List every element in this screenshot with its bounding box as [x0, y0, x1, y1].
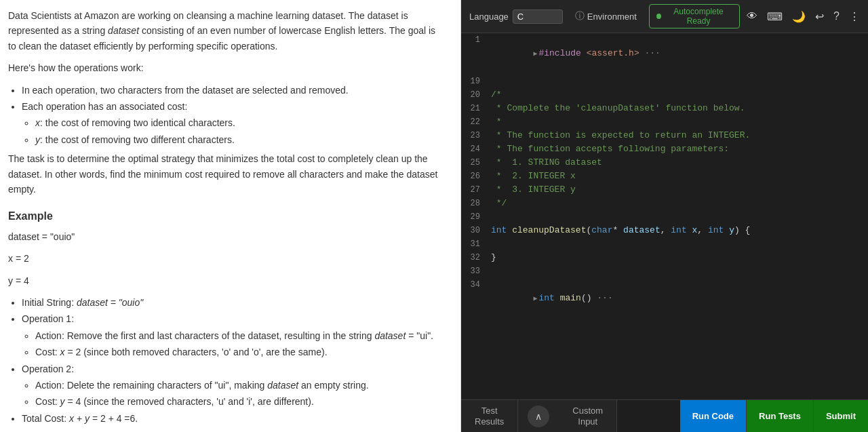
- eye-icon[interactable]: 👁: [747, 10, 757, 22]
- line-number-20: 20: [461, 88, 488, 102]
- line-content-33: [488, 264, 868, 278]
- moon-icon[interactable]: 🌙: [792, 10, 806, 23]
- line-number-26: 26: [461, 170, 488, 183]
- op2-action: Action: Delete the remaining characters …: [35, 378, 444, 393]
- submit-button[interactable]: Submit: [813, 400, 868, 432]
- bottom-bar: Test Results ∧ Custom Input Run Code Run…: [461, 399, 868, 432]
- keyboard-icon[interactable]: ⌨: [767, 10, 783, 23]
- more-icon[interactable]: ⋮: [849, 10, 860, 23]
- line-content-29: [488, 210, 868, 224]
- toolbar-icons: 👁 ⌨ 🌙 ↩ ? ⋮: [747, 10, 860, 23]
- op2-cost: Cost: y = 4 (since the removed character…: [35, 394, 444, 409]
- line-content-34: ▶int main() ···: [488, 278, 868, 319]
- autocomplete-status-dot: [656, 14, 661, 19]
- environment-label: Environment: [587, 12, 637, 22]
- operations-list: In each operation, two characters from t…: [22, 83, 444, 148]
- code-line-28: 28 */: [461, 197, 868, 210]
- example-list: Initial String: dataset = "ouio" Operati…: [22, 295, 444, 426]
- history-icon[interactable]: ↩: [815, 10, 824, 23]
- op1-action: Action: Remove the first and last charac…: [35, 328, 444, 343]
- line-number-21: 21: [461, 102, 488, 115]
- run-tests-button[interactable]: Run Tests: [746, 400, 813, 432]
- code-line-30: 30 int cleanupDataset(char* dataset, int…: [461, 224, 868, 237]
- line-number-1: 1: [461, 33, 488, 47]
- line-content-1: ▶#include <assert.h> ···: [488, 33, 868, 75]
- code-line-32: 32 }: [461, 251, 868, 264]
- code-editor-panel: Language C C++ Java Python3 ⓘ Environmen…: [461, 0, 868, 432]
- code-line-20: 20 /*: [461, 88, 868, 102]
- custom-input-label: Custom: [572, 406, 603, 416]
- expand-button[interactable]: ∧: [528, 406, 549, 427]
- code-line-27: 27 * 3. INTEGER y: [461, 183, 868, 197]
- autocomplete-label: Autocomplete Ready: [665, 7, 732, 26]
- line-number-33: 33: [461, 264, 488, 278]
- line-content-20: /*: [488, 88, 868, 102]
- operation-1: Operation 1: Action: Remove the first an…: [22, 311, 444, 359]
- line-number-32: 32: [461, 251, 488, 264]
- line-content-32: }: [488, 251, 868, 264]
- code-line-26: 26 * 2. INTEGER x: [461, 170, 868, 183]
- code-line-23: 23 * The function is expected to return …: [461, 129, 868, 142]
- test-results-tab[interactable]: Test Results: [461, 400, 518, 432]
- line-number-31: 31: [461, 237, 488, 251]
- x-value: x = 2: [8, 251, 444, 266]
- total-cost: Total Cost: x + y = 2 + 4 =6.: [22, 411, 444, 426]
- line-number-23: 23: [461, 129, 488, 142]
- line-content-31: [488, 237, 868, 251]
- initial-string: Initial String: dataset = "ouio": [22, 295, 444, 310]
- language-label: Language: [469, 12, 509, 22]
- example-title: Example: [8, 208, 444, 225]
- chevron-up-icon: ∧: [535, 411, 542, 422]
- cost-y: y: the cost of removing two different ch…: [35, 132, 444, 147]
- line-content-21: * Complete the 'cleanupDataset' function…: [488, 102, 868, 115]
- op-item-1: In each operation, two characters from t…: [22, 83, 444, 98]
- how-it-works: Here's how the operations work:: [8, 60, 444, 75]
- line-content-22: *: [488, 115, 868, 129]
- line-content-23: * The function is expected to return an …: [488, 129, 868, 142]
- code-line-33: 33: [461, 264, 868, 278]
- language-selector[interactable]: Language C C++ Java Python3: [469, 9, 563, 24]
- line-number-22: 22: [461, 115, 488, 129]
- code-line-19: 19: [461, 75, 868, 88]
- line-number-30: 30: [461, 224, 488, 237]
- code-line-31: 31: [461, 237, 868, 251]
- line-content-26: * 2. INTEGER x: [488, 170, 868, 183]
- line-content-24: * The function accepts following paramet…: [488, 142, 868, 156]
- line-number-34: 34: [461, 278, 488, 292]
- line-content-30: int cleanupDataset(char* dataset, int x,…: [488, 224, 868, 237]
- code-line-21: 21 * Complete the 'cleanupDataset' funct…: [461, 102, 868, 115]
- op1-cost: Cost: x = 2 (since both removed characte…: [35, 345, 444, 359]
- y-value: y = 4: [8, 273, 444, 288]
- language-dropdown[interactable]: C C++ Java Python3: [513, 9, 563, 24]
- problem-description: Data Scientists at Amazon are working on…: [0, 0, 461, 432]
- line-number-24: 24: [461, 142, 488, 156]
- test-results-label: Test: [481, 406, 498, 416]
- line-number-29: 29: [461, 210, 488, 224]
- op-item-2: Each operation has an associated cost: x…: [22, 99, 444, 147]
- code-line-29: 29: [461, 210, 868, 224]
- run-code-button[interactable]: Run Code: [680, 400, 746, 432]
- line-content-19: [488, 75, 868, 88]
- code-editor[interactable]: 1 ▶#include <assert.h> ··· 19 20 /* 21 *…: [461, 33, 868, 399]
- code-line-24: 24 * The function accepts following para…: [461, 142, 868, 156]
- operation-2: Operation 2: Action: Delete the remainin…: [22, 361, 444, 410]
- environment-selector[interactable]: ⓘ Environment: [575, 10, 637, 22]
- custom-input-label2: Input: [578, 416, 597, 427]
- dataset-em: dataset: [108, 25, 139, 36]
- help-icon[interactable]: ?: [833, 10, 840, 22]
- line-number-25: 25: [461, 156, 488, 170]
- code-line-1: 1 ▶#include <assert.h> ···: [461, 33, 868, 75]
- autocomplete-button[interactable]: Autocomplete Ready: [649, 4, 740, 28]
- line-content-27: * 3. INTEGER y: [488, 183, 868, 197]
- task-description: The task is to determine the optimal str…: [8, 151, 444, 197]
- code-line-34: 34 ▶int main() ···: [461, 278, 868, 319]
- action-buttons: Run Code Run Tests Submit: [680, 400, 868, 432]
- line-content-25: * 1. STRING dataset: [488, 156, 868, 170]
- line-number-19: 19: [461, 75, 488, 88]
- code-line-25: 25 * 1. STRING dataset: [461, 156, 868, 170]
- dataset-value: dataset = "ouio": [8, 229, 444, 244]
- custom-input-tab[interactable]: Custom Input: [559, 400, 617, 432]
- line-number-28: 28: [461, 197, 488, 210]
- intro-paragraph: Data Scientists at Amazon are working on…: [8, 8, 444, 54]
- cost-x: x: the cost of removing two identical ch…: [35, 115, 444, 130]
